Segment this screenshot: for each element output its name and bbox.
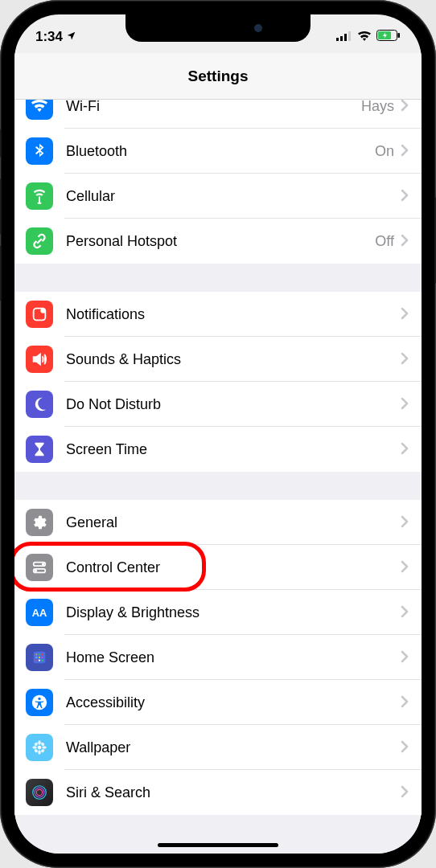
row-label: Screen Time	[66, 441, 401, 458]
header: Settings	[14, 53, 422, 100]
svg-rect-0	[336, 38, 339, 41]
row-label: Sounds & Haptics	[66, 351, 401, 368]
status-right	[336, 29, 401, 45]
svg-rect-1	[340, 36, 343, 41]
settings-group-2: GeneralControl CenterDisplay & Brightnes…	[14, 500, 422, 815]
home-indicator[interactable]	[158, 843, 278, 847]
row-label: Personal Hotspot	[66, 233, 375, 250]
homescreen-icon	[26, 644, 53, 671]
row-accessibility[interactable]: Accessibility	[14, 680, 422, 725]
location-arrow-icon	[66, 29, 76, 45]
row-cellular[interactable]: Cellular	[14, 174, 422, 219]
notch	[125, 14, 311, 42]
row-label: Home Screen	[66, 649, 401, 666]
chevron-right-icon	[401, 647, 409, 668]
row-label: Display & Brightness	[66, 604, 401, 621]
row-sounds[interactable]: Sounds & Haptics	[14, 337, 422, 382]
chevron-right-icon	[401, 737, 409, 758]
chevron-right-icon	[401, 557, 409, 578]
svg-rect-3	[348, 31, 351, 41]
screentime-icon	[26, 436, 53, 463]
cellular-icon	[26, 182, 53, 210]
accessibility-icon	[26, 689, 53, 716]
row-dnd[interactable]: Do Not Disturb	[14, 382, 422, 427]
row-homescreen[interactable]: Home Screen	[14, 635, 422, 680]
status-left: 1:34	[35, 29, 76, 45]
wifi-icon	[26, 100, 53, 120]
row-wifi[interactable]: Wi-FiHays	[14, 100, 422, 129]
row-label: Wallpaper	[66, 739, 401, 756]
row-label: Accessibility	[66, 694, 401, 711]
chevron-right-icon	[401, 439, 409, 460]
chevron-right-icon	[401, 602, 409, 623]
control-icon	[26, 554, 53, 581]
row-label: Siri & Search	[66, 784, 401, 801]
sounds-icon	[26, 346, 53, 373]
battery-icon	[376, 29, 401, 45]
chevron-right-icon	[401, 231, 409, 252]
display-icon	[26, 599, 53, 626]
mute-switch[interactable]	[0, 129, 1, 158]
dnd-icon	[26, 391, 53, 418]
bluetooth-icon	[26, 137, 53, 165]
row-label: Control Center	[66, 559, 401, 576]
status-time: 1:34	[35, 29, 63, 45]
screen: 1:34	[14, 14, 422, 854]
row-screentime[interactable]: Screen Time	[14, 427, 422, 472]
row-wallpaper[interactable]: Wallpaper	[14, 725, 422, 770]
settings-group-0: Wi-FiHaysBluetoothOnCellularPersonal Hot…	[14, 100, 422, 264]
siri-icon	[26, 779, 53, 806]
chevron-right-icon	[401, 692, 409, 713]
chevron-right-icon	[401, 782, 409, 803]
row-label: Notifications	[66, 306, 401, 323]
row-notifications[interactable]: Notifications	[14, 292, 422, 337]
settings-list[interactable]: Wi-FiHaysBluetoothOnCellularPersonal Hot…	[14, 100, 422, 854]
page-title: Settings	[188, 68, 249, 85]
wifi-status-icon	[357, 29, 372, 45]
row-label: Cellular	[66, 188, 401, 205]
hotspot-icon	[26, 227, 53, 255]
cell-signal-icon	[336, 29, 352, 45]
chevron-right-icon	[401, 304, 409, 325]
svg-rect-5	[398, 33, 401, 38]
chevron-right-icon	[401, 512, 409, 533]
chevron-right-icon	[401, 349, 409, 370]
settings-group-1: NotificationsSounds & HapticsDo Not Dist…	[14, 292, 422, 472]
row-siri[interactable]: Siri & Search	[14, 770, 422, 815]
phone-frame: 1:34	[0, 0, 436, 868]
row-value: Hays	[361, 100, 394, 115]
row-value: Off	[375, 233, 394, 250]
row-bluetooth[interactable]: BluetoothOn	[14, 129, 422, 174]
row-label: Do Not Disturb	[66, 396, 401, 413]
chevron-right-icon	[401, 394, 409, 415]
row-display[interactable]: Display & Brightness	[14, 590, 422, 635]
volume-up-button[interactable]	[0, 178, 1, 235]
wallpaper-icon	[26, 734, 53, 761]
row-label: Bluetooth	[66, 143, 375, 160]
chevron-right-icon	[401, 100, 409, 117]
row-general[interactable]: General	[14, 500, 422, 545]
general-icon	[26, 509, 53, 536]
svg-rect-2	[344, 34, 347, 41]
chevron-right-icon	[401, 141, 409, 162]
row-label: Wi-Fi	[66, 100, 361, 115]
notifications-icon	[26, 301, 53, 328]
row-hotspot[interactable]: Personal HotspotOff	[14, 219, 422, 264]
volume-down-button[interactable]	[0, 245, 1, 301]
row-label: General	[66, 514, 401, 531]
row-control[interactable]: Control Center	[14, 545, 422, 590]
chevron-right-icon	[401, 186, 409, 207]
row-value: On	[375, 143, 394, 160]
